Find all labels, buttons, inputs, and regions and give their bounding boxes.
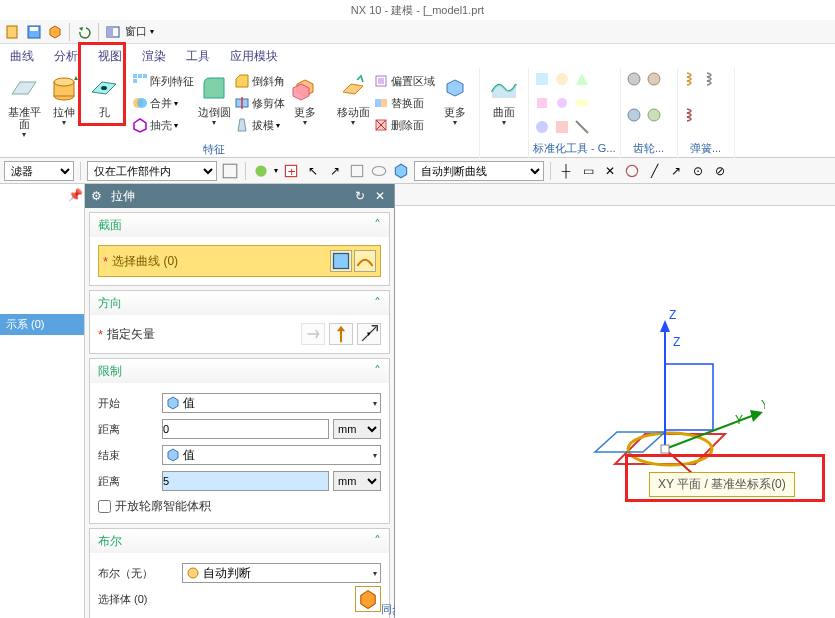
delete-face-icon [373, 117, 389, 133]
reverse-icon[interactable] [301, 323, 325, 345]
end-type-select[interactable]: 值▾ [162, 445, 381, 465]
vector-icon[interactable] [329, 323, 353, 345]
gear-tool-icon-2[interactable] [645, 70, 663, 88]
tool-icon-8[interactable] [553, 118, 571, 136]
start-distance-input[interactable] [162, 419, 329, 439]
sketch-section-icon[interactable] [330, 250, 352, 272]
spring-tool-icon-1[interactable] [682, 70, 700, 88]
reset-icon[interactable]: ↻ [352, 188, 368, 204]
trim-body-button[interactable]: 修剪体 [234, 92, 285, 114]
pin-icon[interactable]: 📌 [68, 188, 80, 200]
svg-rect-2 [30, 27, 38, 31]
window-menu[interactable]: 窗口 [125, 24, 147, 39]
spring-tool-icon-2[interactable] [702, 70, 720, 88]
curve-icon[interactable] [354, 250, 376, 272]
replace-face-button[interactable]: 替换面 [373, 92, 435, 114]
svg-text:Y: Y [735, 413, 743, 427]
curve-rule-select[interactable]: 自动判断曲线 [414, 161, 544, 181]
end-label: 结束 [98, 448, 158, 463]
menu-analysis[interactable]: 分析 [54, 48, 78, 65]
filter-icon-10[interactable]: ▭ [579, 162, 597, 180]
direction-header[interactable]: 方向˄ [90, 291, 389, 315]
filter-icon-12[interactable] [623, 162, 641, 180]
hole-button[interactable]: 孔 [84, 70, 124, 144]
replace-face-icon [373, 95, 389, 111]
delete-face-button[interactable]: 删除面 [373, 114, 435, 136]
filter-icon-15[interactable]: ⊙ [689, 162, 707, 180]
filter-icon-11[interactable]: ✕ [601, 162, 619, 180]
graphics-viewport[interactable]: Z Z Y Y X XY 平面 / 基准坐标系(0) [395, 184, 835, 618]
tool-icon-3[interactable] [573, 70, 591, 88]
save-icon[interactable] [25, 23, 43, 41]
filter-icon-7[interactable] [370, 162, 388, 180]
move-face-button[interactable]: 移动面▾ [333, 70, 373, 156]
file-icon[interactable] [4, 23, 22, 41]
left-rail-item[interactable]: 示系 (0) [0, 314, 84, 335]
section-header[interactable]: 截面˄ [90, 213, 389, 237]
close-icon[interactable]: ✕ [372, 188, 388, 204]
svg-point-45 [188, 568, 198, 578]
filter-icon-1[interactable] [221, 162, 239, 180]
tool-icon-2[interactable] [553, 70, 571, 88]
filter-icon-3[interactable]: + [282, 162, 300, 180]
filter-icon-5[interactable]: ↗ [326, 162, 344, 180]
menu-curve[interactable]: 曲线 [10, 48, 34, 65]
tool-icon-9[interactable] [573, 118, 591, 136]
draft-button[interactable]: 拔模▾ [234, 114, 285, 136]
start-type-select[interactable]: 值▾ [162, 393, 381, 413]
filter-icon-14[interactable]: ↗ [667, 162, 685, 180]
viewport-icon[interactable] [104, 23, 122, 41]
vector-menu-icon[interactable]: ▾ [357, 323, 381, 345]
filter-icon-6[interactable] [348, 162, 366, 180]
boolean-select[interactable]: 自动判断▾ [182, 563, 381, 583]
pattern-feature-button[interactable]: 阵列特征 [132, 70, 194, 92]
tool-icon-4[interactable] [533, 94, 551, 112]
tool-icon-6[interactable] [573, 94, 591, 112]
filter-icon-13[interactable]: ╱ [645, 162, 663, 180]
gear-tool-icon-1[interactable] [625, 70, 643, 88]
limits-header[interactable]: 限制˄ [90, 359, 389, 383]
datum-plane-button[interactable]: 基准平面▾ [4, 70, 44, 144]
menu-tools[interactable]: 工具 [186, 48, 210, 65]
menu-view[interactable]: 视图 [98, 48, 122, 65]
shell-button[interactable]: 抽壳▾ [132, 114, 194, 136]
filter-icon-2[interactable] [252, 162, 270, 180]
gear-tool-icon-3[interactable] [625, 106, 643, 124]
box-icon[interactable] [46, 23, 64, 41]
undo-icon[interactable] [75, 23, 93, 41]
surface-button[interactable]: 曲面▾ [484, 70, 524, 156]
menu-render[interactable]: 渲染 [142, 48, 166, 65]
filter-icon-4[interactable]: ↖ [304, 162, 322, 180]
gear-icon[interactable]: ⚙ [91, 189, 105, 203]
end-distance-input[interactable] [162, 471, 329, 491]
svg-point-7 [54, 78, 74, 86]
start-unit-select[interactable]: mm [333, 419, 381, 439]
tool-icon-1[interactable] [533, 70, 551, 88]
open-profile-checkbox[interactable] [98, 500, 111, 513]
title-bar: NX 10 - 建模 - [_model1.prt [0, 0, 835, 20]
ribbon: 基准平面▾ 拉伸▾ 孔 阵列特征 合并▾ 抽壳▾ 边倒圆▾ 倒斜角 修剪体 [0, 68, 835, 158]
offset-region-button[interactable]: 偏置区域 [373, 70, 435, 92]
filter-select[interactable]: 滤器 [4, 161, 74, 181]
tool-icon-5[interactable] [553, 94, 571, 112]
more-sync-button[interactable]: 更多▾ [435, 70, 475, 156]
tool-icon-7[interactable] [533, 118, 551, 136]
svg-point-29 [536, 121, 548, 133]
filter-icon-9[interactable]: ┼ [557, 162, 575, 180]
left-rail: 📌 示系 (0) [0, 184, 85, 618]
end-unit-select[interactable]: mm [333, 471, 381, 491]
scope-select[interactable]: 仅在工作部件内 [87, 161, 217, 181]
filter-icon-8[interactable] [392, 162, 410, 180]
combine-button[interactable]: 合并▾ [132, 92, 194, 114]
select-curve-row[interactable]: * 选择曲线 (0) [98, 245, 381, 277]
svg-rect-19 [375, 99, 381, 107]
filter-icon-16[interactable]: ⊘ [711, 162, 729, 180]
boolean-header[interactable]: 布尔˄ [90, 529, 389, 553]
menu-app-module[interactable]: 应用模块 [230, 48, 278, 65]
chamfer-button[interactable]: 倒斜角 [234, 70, 285, 92]
spring-tool-icon-3[interactable] [682, 106, 700, 124]
svg-point-40 [372, 166, 386, 175]
gear-tool-icon-4[interactable] [645, 106, 663, 124]
extrude-button[interactable]: 拉伸▾ [44, 70, 84, 144]
pattern-icon [132, 73, 148, 89]
